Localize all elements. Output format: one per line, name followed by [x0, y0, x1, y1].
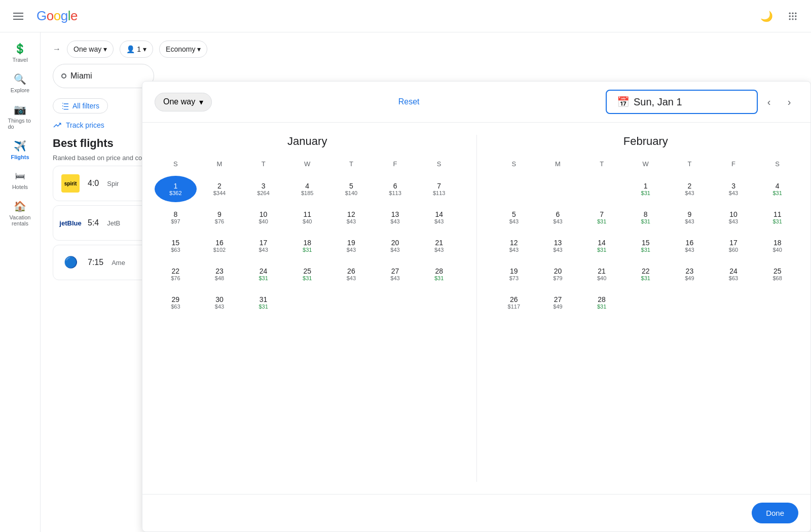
apps-icon: [788, 11, 798, 21]
jan-day-30[interactable]: 30$43: [199, 289, 241, 316]
svg-point-5: [795, 15, 796, 17]
apps-button[interactable]: [783, 6, 803, 26]
feb-day-7[interactable]: 7$31: [581, 204, 623, 231]
feb-day-22[interactable]: 22$31: [624, 261, 667, 287]
prev-month-button[interactable]: ‹: [760, 93, 778, 111]
jan-day-20[interactable]: 20$43: [374, 233, 416, 259]
jan-day-4[interactable]: 4$185: [286, 176, 328, 202]
sidebar-item-vacation[interactable]: 🏠 Vacation rentals: [2, 196, 39, 231]
feb-day-10[interactable]: 10$43: [713, 204, 755, 231]
trip-type-button[interactable]: One way ▾: [67, 41, 114, 58]
jan-day-13[interactable]: 13$43: [374, 204, 416, 231]
feb-day-28[interactable]: 28$31: [581, 289, 623, 316]
feb-empty-6: [713, 289, 755, 316]
hotels-icon: 🛏: [15, 170, 25, 182]
jan-day-7[interactable]: 7$113: [418, 176, 460, 202]
cabin-class-label: Economy: [166, 45, 195, 53]
next-month-button[interactable]: ›: [780, 93, 798, 111]
feb-day-24[interactable]: 24$63: [713, 261, 755, 287]
feb-day-15[interactable]: 15$31: [624, 233, 667, 259]
dark-mode-button[interactable]: 🌙: [756, 6, 777, 26]
jan-day-1[interactable]: 1$362: [155, 176, 197, 202]
sidebar-item-explore[interactable]: 🔍 Explore: [2, 69, 39, 97]
svg-point-3: [789, 15, 791, 17]
feb-day-13[interactable]: 13$43: [537, 233, 579, 259]
feb-day-14[interactable]: 14$31: [581, 233, 623, 259]
feb-day-19[interactable]: 19$73: [493, 261, 535, 287]
feb-day-23[interactable]: 23$49: [669, 261, 711, 287]
sidebar-item-flights[interactable]: ✈️ Flights: [2, 136, 39, 164]
jan-day-19[interactable]: 19$43: [330, 233, 373, 259]
feb-day-4[interactable]: 4$31: [756, 176, 798, 202]
from-input[interactable]: Miami: [53, 64, 154, 88]
jan-day-15[interactable]: 15$63: [155, 233, 197, 259]
jan-day-16[interactable]: 16$102: [199, 233, 241, 259]
jan-day-2[interactable]: 2$344: [199, 176, 241, 202]
feb-day-6[interactable]: 6$43: [537, 204, 579, 231]
feb-day-16[interactable]: 16$43: [669, 233, 711, 259]
done-button[interactable]: Done: [752, 503, 798, 523]
date-display[interactable]: 📅 Sun, Jan 1: [606, 90, 758, 114]
jan-day-11[interactable]: 11$40: [286, 204, 328, 231]
jan-empty-2: [330, 289, 373, 316]
reset-button[interactable]: Reset: [394, 93, 424, 110]
jan-day-5[interactable]: 5$140: [330, 176, 373, 202]
cabin-class-button[interactable]: Economy ▾: [159, 41, 207, 58]
feb-day-21[interactable]: 21$40: [581, 261, 623, 287]
jan-day-24[interactable]: 24$31: [242, 261, 284, 287]
feb-day-12[interactable]: 12$43: [493, 233, 535, 259]
feb-day-1[interactable]: 1$31: [624, 176, 667, 202]
jan-day-9[interactable]: 9$76: [199, 204, 241, 231]
calendar-trip-type-button[interactable]: One way ▾: [155, 93, 212, 111]
feb-day-17[interactable]: 17$60: [713, 233, 755, 259]
svg-point-6: [789, 18, 791, 20]
sidebar-label-vacation: Vacation rentals: [8, 214, 32, 226]
calendar-body: January S M T W T F S 1$362 2$344 3$264 …: [142, 123, 810, 494]
all-filters-button[interactable]: All filters: [53, 98, 108, 113]
feb-day-11[interactable]: 11$31: [756, 204, 798, 231]
search-area: → One way ▾ 👤 1 ▾ Economy ▾: [41, 32, 811, 58]
svg-point-2: [795, 12, 796, 14]
jan-day-25[interactable]: 25$31: [286, 261, 328, 287]
jan-day-26[interactable]: 26$43: [330, 261, 373, 287]
feb-day-2[interactable]: 2$43: [669, 176, 711, 202]
jan-day-21[interactable]: 21$43: [418, 233, 460, 259]
jan-day-6[interactable]: 6$113: [374, 176, 416, 202]
feb-day-5[interactable]: 5$43: [493, 204, 535, 231]
jan-day-31[interactable]: 31$31: [242, 289, 284, 316]
hamburger-menu[interactable]: [8, 6, 28, 26]
sidebar-item-hotels[interactable]: 🛏 Hotels: [2, 166, 39, 194]
calendar-trip-chevron: ▾: [199, 97, 203, 107]
jan-day-8[interactable]: 8$97: [155, 204, 197, 231]
jan-day-17[interactable]: 17$43: [242, 233, 284, 259]
jan-day-14[interactable]: 14$43: [418, 204, 460, 231]
jan-day-3[interactable]: 3$264: [242, 176, 284, 202]
svg-point-0: [789, 12, 791, 14]
jan-day-12[interactable]: 12$43: [330, 204, 373, 231]
feb-day-25[interactable]: 25$68: [756, 261, 798, 287]
jan-day-18[interactable]: 18$31: [286, 233, 328, 259]
logo-o2: o: [54, 8, 61, 24]
american-logo: 🔵: [61, 253, 80, 272]
feb-day-3[interactable]: 3$43: [713, 176, 755, 202]
jan-day-29[interactable]: 29$63: [155, 289, 197, 316]
feb-day-18[interactable]: 18$40: [756, 233, 798, 259]
feb-day-8[interactable]: 8$31: [624, 204, 667, 231]
svg-point-7: [792, 18, 793, 20]
passengers-button[interactable]: 👤 1 ▾: [120, 41, 153, 58]
jan-day-28[interactable]: 28$31: [418, 261, 460, 287]
feb-day-27[interactable]: 27$49: [537, 289, 579, 316]
jan-day-22[interactable]: 22$76: [155, 261, 197, 287]
sidebar-item-things-to-do[interactable]: 📷 Things to do: [2, 99, 39, 134]
jan-day-27[interactable]: 27$43: [374, 261, 416, 287]
sidebar-item-travel[interactable]: 💲 Travel: [2, 39, 39, 67]
jan-header-w: W: [286, 158, 328, 170]
feb-day-9[interactable]: 9$43: [669, 204, 711, 231]
topbar-left: Google: [8, 6, 78, 26]
feb-day-20[interactable]: 20$79: [537, 261, 579, 287]
jan-day-10[interactable]: 10$40: [242, 204, 284, 231]
passengers-count: 1: [137, 45, 141, 53]
feb-header-s2: S: [756, 158, 798, 170]
jan-day-23[interactable]: 23$48: [199, 261, 241, 287]
feb-day-26[interactable]: 26$117: [493, 289, 535, 316]
